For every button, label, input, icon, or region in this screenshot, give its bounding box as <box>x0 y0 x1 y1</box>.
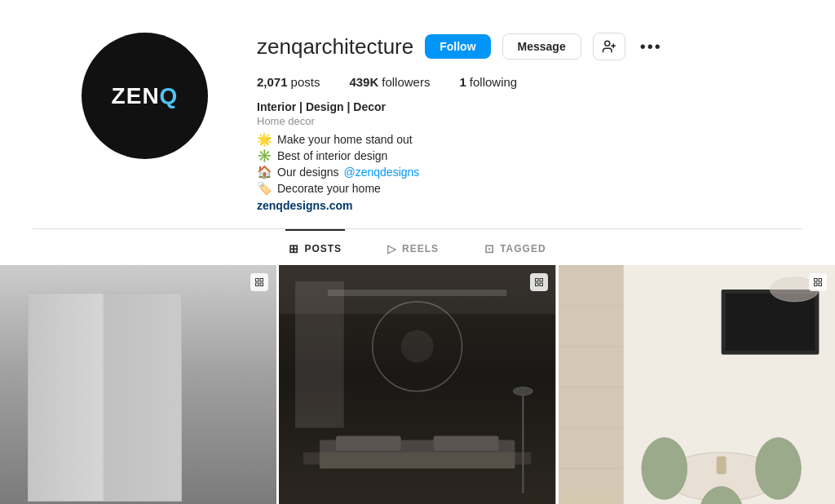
post3-svg <box>559 265 835 504</box>
bio-subtitle: Home decor <box>257 115 802 127</box>
svg-rect-10 <box>24 444 252 465</box>
svg-rect-22 <box>295 281 344 428</box>
posts-grid <box>0 265 835 504</box>
avatar-q: Q <box>160 83 179 108</box>
svg-rect-54 <box>819 279 822 282</box>
tab-posts-label: POSTS <box>304 243 342 254</box>
tab-posts[interactable]: ⊞ POSTS <box>285 229 345 265</box>
followers-stat: 439K followers <box>349 75 430 89</box>
more-options-button[interactable]: ••• <box>637 38 665 56</box>
bio-line-3: 🏠 Our designs @zenqdesigns <box>257 165 802 179</box>
svg-rect-6 <box>24 290 130 436</box>
tab-reels[interactable]: ▷ REELS <box>384 229 442 265</box>
svg-rect-4 <box>0 265 276 504</box>
svg-rect-26 <box>434 436 499 451</box>
svg-rect-7 <box>139 290 253 436</box>
add-user-button[interactable] <box>593 33 625 60</box>
svg-rect-35 <box>559 265 624 504</box>
bio-line3-mention[interactable]: @zenqdesigns <box>343 166 419 179</box>
reels-icon: ▷ <box>387 242 397 255</box>
svg-rect-9 <box>33 457 244 504</box>
svg-rect-15 <box>256 283 259 286</box>
post-cell-3[interactable] <box>559 265 835 504</box>
profile-section: ZENQ zenqarchitecture Follow Message • <box>0 0 835 228</box>
page-wrapper: ZENQ zenqarchitecture Follow Message • <box>0 0 835 504</box>
avatar-zen: ZEN <box>112 83 160 108</box>
svg-rect-56 <box>819 283 822 286</box>
svg-rect-30 <box>535 279 538 282</box>
followers-value: 439K <box>349 75 378 89</box>
post2-svg <box>279 265 555 504</box>
bio-line4-emoji: 🏷️ <box>257 181 272 196</box>
bio-line3-text: Our designs <box>277 166 338 179</box>
svg-rect-25 <box>336 436 401 451</box>
tab-tagged[interactable]: ⊡ TAGGED <box>481 229 549 265</box>
svg-point-47 <box>641 438 687 500</box>
username: zenqarchitecture <box>257 34 413 60</box>
posts-label: posts <box>291 75 320 89</box>
posts-stat: 2,071 posts <box>257 75 320 89</box>
follow-button[interactable]: Follow <box>425 34 490 59</box>
bio-section: Interior | Design | Decor Home decor 🌟 M… <box>257 100 802 212</box>
tab-reels-label: REELS <box>402 243 439 254</box>
profile-info: zenqarchitecture Follow Message ••• 2,07… <box>257 24 802 212</box>
bio-line2-text: Best of interior design <box>277 149 387 162</box>
svg-rect-32 <box>535 283 538 286</box>
svg-point-48 <box>755 438 801 500</box>
post1-svg <box>0 265 276 504</box>
svg-rect-53 <box>815 279 818 282</box>
following-label: following <box>470 75 517 89</box>
post-cell-1[interactable] <box>0 265 276 504</box>
bio-website-link[interactable]: zenqdesigns.com <box>257 199 802 212</box>
svg-rect-3 <box>0 265 276 504</box>
message-button[interactable]: Message <box>502 33 581 60</box>
posts-value: 2,071 <box>257 75 288 89</box>
post3-overlay-icon <box>809 273 827 291</box>
post2-overlay-icon <box>530 273 548 291</box>
bio-line1-emoji: 🌟 <box>257 132 272 147</box>
post1-overlay-icon <box>250 273 268 291</box>
bio-line-4: 🏷️ Decorate your home <box>257 181 802 196</box>
following-value: 1 <box>459 75 466 89</box>
svg-rect-55 <box>815 283 818 286</box>
svg-rect-5 <box>16 281 260 444</box>
svg-rect-44 <box>725 294 815 351</box>
add-user-icon <box>602 39 616 54</box>
svg-rect-31 <box>540 279 543 282</box>
svg-rect-19 <box>328 290 507 296</box>
bio-line-1: 🌟 Make your home stand out <box>257 132 802 147</box>
posts-grid-icon: ⊞ <box>289 242 299 255</box>
bio-name: Interior | Design | Decor <box>257 100 802 113</box>
svg-point-29 <box>514 387 533 396</box>
avatar-text: ZENQ <box>112 83 179 109</box>
avatar: ZENQ <box>82 33 208 159</box>
svg-rect-14 <box>260 279 263 282</box>
svg-rect-50 <box>716 457 726 475</box>
svg-point-0 <box>604 41 609 46</box>
svg-point-21 <box>401 330 434 363</box>
post-image-2 <box>279 265 555 504</box>
svg-rect-11 <box>57 451 114 467</box>
svg-rect-33 <box>540 283 543 286</box>
bio-line4-text: Decorate your home <box>277 182 381 195</box>
stats-row: 2,071 posts 439K followers 1 following <box>257 75 802 89</box>
bio-line-2: ✳️ Best of interior design <box>257 148 802 163</box>
post-image-3 <box>559 265 835 504</box>
post-cell-2[interactable] <box>279 265 555 504</box>
svg-rect-12 <box>163 451 220 467</box>
svg-rect-13 <box>256 279 259 282</box>
following-stat: 1 following <box>459 75 517 89</box>
tabs-section: ⊞ POSTS ▷ REELS ⊡ TAGGED <box>33 228 802 265</box>
svg-rect-16 <box>260 283 263 286</box>
bio-line3-emoji: 🏠 <box>257 165 272 179</box>
followers-label: followers <box>382 75 430 89</box>
username-row: zenqarchitecture Follow Message ••• <box>257 33 802 60</box>
bio-line1-text: Make your home stand out <box>277 133 413 146</box>
bio-line2-emoji: ✳️ <box>257 148 272 163</box>
svg-rect-27 <box>320 453 515 469</box>
tagged-icon: ⊡ <box>484 242 495 255</box>
post-image-1 <box>0 265 276 504</box>
tab-tagged-label: TAGGED <box>500 243 546 254</box>
svg-rect-52 <box>559 493 616 504</box>
